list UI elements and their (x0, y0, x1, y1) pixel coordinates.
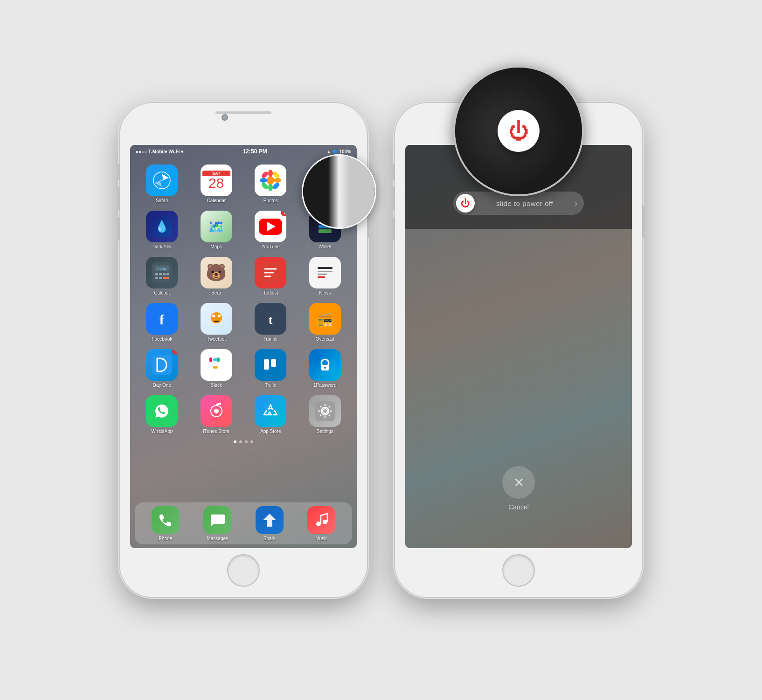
svg-rect-45 (152, 355, 172, 375)
power-slider-text: slide to power off (475, 199, 575, 207)
app-facebook[interactable]: f Facebook (135, 300, 189, 344)
svg-rect-24 (155, 273, 158, 275)
svg-rect-26 (163, 273, 166, 275)
phone2-volume-down-button[interactable] (393, 217, 395, 240)
whatsapp-label: WhatsApp (151, 429, 173, 434)
svg-rect-35 (318, 274, 327, 275)
trello-icon-img (255, 349, 286, 381)
app-photos[interactable]: Photos (243, 162, 298, 206)
svg-rect-21 (152, 262, 172, 283)
phone2-mute-button[interactable] (393, 164, 395, 180)
itunes-label: iTunes Store (203, 429, 229, 434)
big-power-button: ⏻ (498, 110, 540, 152)
wallet-label: Wallet (319, 244, 331, 249)
app-calcbot[interactable]: 1234 Calcbot (135, 254, 189, 298)
news-label: News (319, 290, 331, 295)
app-darksky[interactable]: 💧 Dark Sky (135, 208, 189, 252)
youtube-label: YouTube (262, 244, 280, 249)
svg-rect-46 (209, 357, 212, 362)
app-1password[interactable]: 1Password (298, 346, 353, 391)
app-overcast[interactable]: 📻 Overcast (298, 300, 353, 344)
svg-point-65 (323, 520, 327, 524)
app-tweetbot[interactable]: Tweetbot (189, 300, 244, 344)
app-settings[interactable]: Settings (298, 392, 353, 437)
power-symbol-icon: ⏻ (461, 198, 470, 209)
svg-point-40 (212, 315, 215, 317)
mute-button[interactable] (118, 164, 120, 180)
svg-text:t: t (269, 313, 273, 327)
clock: 12:50 PM (243, 148, 267, 155)
svg-point-60 (214, 409, 219, 413)
power-slider-button[interactable]: ⏻ (456, 194, 475, 213)
cancel-button[interactable]: ✕ (502, 466, 535, 499)
dayone-icon-img: 1 (146, 349, 178, 381)
bear-label: Bear (211, 290, 221, 295)
darksky-label: Dark Sky (152, 244, 172, 249)
tumblr-icon-img: t (255, 303, 286, 335)
bear-icon-img: 🐻 (201, 257, 232, 288)
music-label: Music (315, 536, 327, 541)
svg-point-56 (324, 367, 326, 369)
maps-icon-img: 🗺️ (201, 211, 232, 242)
app-calendar[interactable]: SAT 28 Calendar (189, 162, 244, 206)
app-appstore[interactable]: App Store (243, 392, 298, 437)
facebook-icon-img: f (146, 303, 178, 335)
svg-rect-30 (163, 277, 169, 279)
battery-status: ▲ 🔷 100% (326, 149, 351, 154)
dock-messages[interactable]: Messages (201, 503, 233, 544)
dot-3 (245, 440, 248, 443)
1password-label: 1Password (313, 383, 336, 388)
app-slack[interactable]: Slack (189, 346, 244, 391)
svg-text:f: f (159, 312, 165, 327)
cancel-label: Cancel (508, 503, 529, 511)
music-icon-img (307, 506, 335, 534)
spark-icon-img (256, 506, 284, 534)
svg-point-8 (260, 178, 267, 183)
home-button[interactable] (227, 554, 260, 587)
safari-icon-img (146, 165, 178, 196)
dock-music[interactable]: Music (305, 503, 337, 544)
app-itunes[interactable]: iTunes Store (189, 392, 244, 437)
app-dayone[interactable]: 1 Day One (135, 346, 189, 391)
svg-rect-48 (217, 357, 220, 362)
app-news[interactable]: News (298, 254, 353, 298)
magnifier-content (303, 156, 375, 227)
svg-rect-32 (315, 262, 335, 283)
svg-rect-36 (318, 276, 325, 278)
volume-up-button[interactable] (118, 187, 120, 210)
dock-spark[interactable]: Spark (254, 503, 285, 544)
photos-icon-img (255, 165, 286, 196)
facebook-label: Facebook (152, 336, 172, 342)
dayone-label: Day One (153, 383, 171, 388)
phone2-screen: ⏻ slide to power off › ✕ Cancel (405, 145, 632, 548)
svg-rect-61 (260, 401, 281, 421)
cancel-area: ✕ Cancel (502, 466, 535, 511)
phone-icon-img (152, 506, 180, 534)
phone-2: ⏻ slide to power off › ✕ Cancel ⏻ (395, 103, 642, 597)
svg-rect-52 (271, 359, 276, 367)
settings-label: Settings (317, 429, 333, 434)
slider-chevron-icon: › (575, 199, 577, 208)
phone2-side-power-button[interactable] (642, 206, 644, 238)
svg-rect-27 (166, 273, 169, 275)
tweetbot-icon-img (201, 303, 232, 335)
svg-point-6 (268, 170, 273, 177)
app-whatsapp[interactable]: WhatsApp (135, 392, 189, 437)
volume-down-button[interactable] (118, 217, 120, 240)
svg-rect-50 (260, 355, 281, 375)
app-trello[interactable]: Trello (243, 346, 298, 391)
phone2-volume-up-button[interactable] (393, 187, 395, 210)
app-maps[interactable]: 🗺️ Maps (189, 208, 244, 252)
phone-1: ●●○○ T-Mobile Wi-Fi ▾ 12:50 PM ▲ 🔷 100% … (120, 103, 367, 597)
app-youtube[interactable]: 1 YouTube (243, 208, 298, 252)
svg-rect-51 (264, 359, 269, 370)
dock-phone[interactable]: Phone (150, 503, 181, 544)
svg-rect-33 (318, 267, 333, 269)
app-todoist[interactable]: Todoist (243, 254, 298, 298)
slack-label: Slack (211, 383, 222, 388)
app-bear[interactable]: 🐻 Bear (189, 254, 244, 298)
app-safari[interactable]: Safari (135, 162, 189, 206)
phone2-home-button[interactable] (502, 554, 535, 587)
svg-rect-49 (213, 366, 218, 369)
app-tumblr[interactable]: t Tumblr (243, 300, 298, 344)
